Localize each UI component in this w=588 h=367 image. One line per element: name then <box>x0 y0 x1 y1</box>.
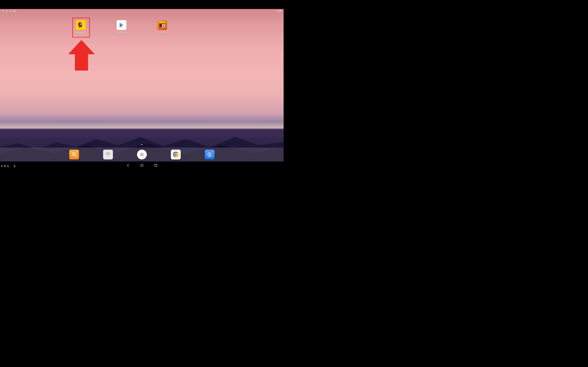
free-fire-icon <box>157 20 167 30</box>
svg-point-18 <box>140 153 141 154</box>
svg-rect-33 <box>155 164 157 166</box>
svg-point-20 <box>143 153 143 154</box>
status-bar-clock: 9:39 <box>277 10 282 12</box>
notification-badge: FF <box>10 10 12 12</box>
svg-point-21 <box>140 154 141 155</box>
back-button[interactable] <box>126 163 130 167</box>
gallery-app-icon[interactable] <box>103 150 113 159</box>
dock <box>0 148 284 161</box>
svg-point-31 <box>211 152 212 154</box>
home-screen[interactable]: Among Us Play Store <box>0 20 284 51</box>
emulator-window: FF FF FF 9:39 <box>0 0 284 169</box>
svg-point-1 <box>81 24 82 24</box>
app-shortcut-free-fire[interactable]: Free Fire <box>153 20 171 34</box>
notification-badge: FF <box>6 10 8 12</box>
svg-point-32 <box>141 164 143 167</box>
app-drawer-icon[interactable] <box>137 150 147 159</box>
svg-point-24 <box>140 155 141 156</box>
status-bar-left: FF FF FF <box>2 9 16 12</box>
svg-point-8 <box>159 24 162 27</box>
svg-point-23 <box>143 154 143 155</box>
among-us-icon <box>76 20 86 30</box>
app-drawer-hint[interactable] <box>140 143 143 147</box>
home-button[interactable] <box>140 163 144 167</box>
svg-point-22 <box>141 154 142 155</box>
svg-point-10 <box>163 25 164 27</box>
person-icon <box>13 9 16 12</box>
app-label: Among Us <box>71 32 90 34</box>
search-app-icon[interactable] <box>69 150 79 159</box>
notification-badge: FF <box>2 10 4 12</box>
app-label: Free Fire <box>153 32 171 34</box>
chrome-app-icon[interactable] <box>171 150 181 159</box>
svg-rect-6 <box>158 21 166 23</box>
android-display: FF FF FF 9:39 <box>0 9 284 161</box>
svg-point-19 <box>141 153 142 154</box>
app-shortcut-among-us[interactable]: Among Us <box>71 20 90 34</box>
status-bar: FF FF FF 9:39 <box>0 9 284 13</box>
svg-point-26 <box>143 155 143 156</box>
app-label: Play Store <box>112 32 131 34</box>
system-navigation-bar <box>0 161 284 169</box>
svg-point-0 <box>80 24 82 25</box>
play-store-icon <box>117 20 126 30</box>
app-shortcut-play-store[interactable]: Play Store <box>112 20 131 34</box>
recent-apps-button[interactable] <box>154 163 158 167</box>
svg-point-25 <box>141 155 142 156</box>
svg-line-13 <box>75 155 76 157</box>
web-browser-app-icon[interactable] <box>205 150 215 159</box>
